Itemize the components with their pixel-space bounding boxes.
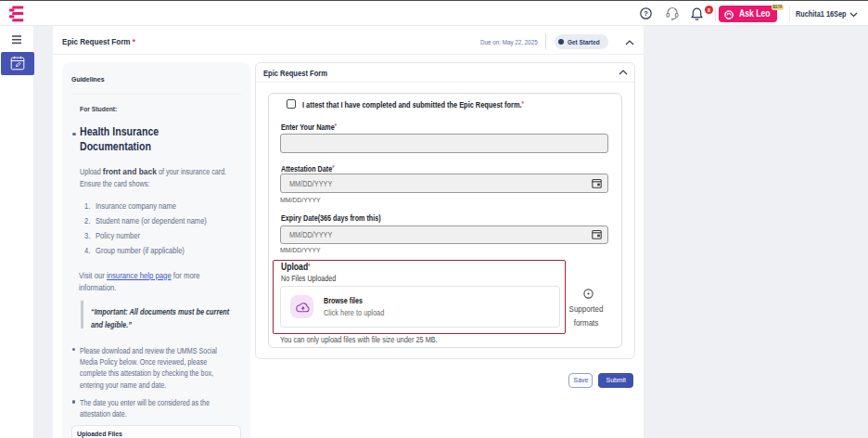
svg-text:?: ? <box>644 9 648 18</box>
